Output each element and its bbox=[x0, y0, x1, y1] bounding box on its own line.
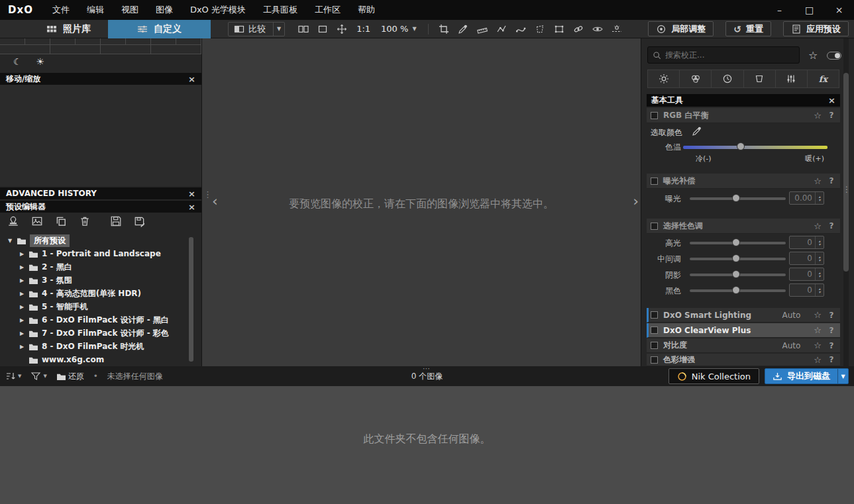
favorite-star-icon[interactable]: ☆ bbox=[814, 355, 822, 365]
shadows-slider[interactable] bbox=[690, 274, 786, 276]
highlights-value-spinner[interactable]: 0 ▴▾ bbox=[789, 236, 824, 249]
exposure-value-spinner[interactable]: 0.00 ▴▾ bbox=[789, 191, 824, 205]
customize-tab[interactable]: 自定义 bbox=[108, 20, 211, 38]
histogram-cell[interactable] bbox=[126, 38, 151, 45]
split-view-button[interactable] bbox=[294, 21, 312, 37]
spinner-arrows[interactable]: ▴▾ bbox=[815, 192, 824, 204]
delete-preset-button[interactable] bbox=[79, 215, 91, 227]
histogram-cell[interactable] bbox=[50, 38, 76, 45]
clearview-plus-row[interactable]: DxO ClearView Plus ☆ ? bbox=[647, 323, 840, 338]
color-rendering-row[interactable]: 色彩增强 ☆ ? bbox=[647, 354, 840, 366]
histogram-cell[interactable] bbox=[50, 45, 101, 54]
contrast-row[interactable]: 对比度 Auto ☆ ? bbox=[647, 338, 840, 353]
favorite-star-icon[interactable]: ☆ bbox=[814, 325, 822, 335]
help-icon[interactable]: ? bbox=[827, 311, 836, 320]
white-balance-picker-button[interactable] bbox=[454, 21, 472, 37]
spinner-arrows[interactable]: ▴▾ bbox=[815, 284, 824, 296]
export-preset-button[interactable] bbox=[134, 215, 146, 227]
white-balance-section-header[interactable]: RGB 白平衡 ☆ ? bbox=[647, 108, 840, 123]
duplicate-preset-button[interactable] bbox=[55, 215, 67, 227]
histogram-cell[interactable] bbox=[25, 38, 50, 45]
histogram-cell[interactable] bbox=[151, 45, 201, 54]
detail-palette-tab[interactable] bbox=[712, 70, 743, 87]
selective-tone-section-header[interactable]: 选择性色调 ☆ ? bbox=[647, 219, 840, 234]
help-icon[interactable]: ? bbox=[827, 326, 836, 335]
collapse-icon[interactable]: ▼ bbox=[7, 238, 13, 244]
help-icon[interactable]: ? bbox=[827, 111, 836, 120]
help-icon[interactable]: ? bbox=[827, 341, 836, 350]
slider-handle[interactable] bbox=[732, 270, 740, 278]
preset-folder-5[interactable]: ▶ 5 - 智能手机 bbox=[0, 300, 201, 313]
menu-file[interactable]: 文件 bbox=[44, 0, 78, 20]
crop-tool-button[interactable] bbox=[435, 21, 453, 37]
help-icon[interactable]: ? bbox=[827, 355, 836, 364]
control-line-tool-button[interactable] bbox=[531, 21, 549, 37]
close-preset-editor-icon[interactable]: × bbox=[188, 202, 195, 212]
histogram-cell[interactable] bbox=[76, 38, 101, 45]
smart-lighting-checkbox[interactable] bbox=[651, 311, 658, 319]
histogram-cell[interactable] bbox=[151, 38, 176, 45]
right-splitter-handle[interactable]: ⋮ bbox=[843, 185, 849, 193]
expand-icon[interactable]: ▶ bbox=[19, 344, 25, 350]
expand-icon[interactable]: ▶ bbox=[19, 330, 25, 336]
active-corrections-toggle[interactable] bbox=[827, 52, 841, 60]
close-palette-icon[interactable]: × bbox=[828, 95, 835, 105]
right-panel-scrollbar[interactable] bbox=[843, 73, 849, 272]
blacks-value-spinner[interactable]: 0 ▴▾ bbox=[789, 283, 824, 297]
preset-tree-scrollbar[interactable] bbox=[189, 237, 193, 362]
repair-tool-button[interactable] bbox=[493, 21, 511, 37]
close-move-zoom-icon[interactable]: × bbox=[188, 74, 195, 84]
create-preset-button[interactable] bbox=[7, 215, 19, 227]
slider-handle[interactable] bbox=[732, 254, 740, 262]
zoom-1to1-button[interactable]: 1:1 bbox=[351, 24, 376, 34]
favorites-filter-star-icon[interactable]: ☆ bbox=[808, 49, 818, 62]
highlight-clipping-sun-icon[interactable]: ☀ bbox=[36, 56, 45, 67]
menu-image[interactable]: 图像 bbox=[147, 0, 182, 20]
reset-button[interactable]: ↺ 重置 bbox=[725, 21, 771, 36]
local-adjustments-button[interactable]: 局部调整 bbox=[648, 21, 714, 36]
control-point-tool-button[interactable] bbox=[512, 21, 530, 37]
highlights-slider[interactable] bbox=[690, 242, 786, 244]
close-advanced-history-icon[interactable]: × bbox=[188, 189, 195, 199]
histogram-cell[interactable] bbox=[101, 45, 151, 54]
maximize-button[interactable]: □ bbox=[794, 0, 824, 20]
preset-folder-www[interactable]: www.x6g.com bbox=[0, 353, 201, 366]
preset-folder-7[interactable]: ▶ 7 - DxO FilmPack 设计师 - 彩色 bbox=[0, 327, 201, 340]
spinner-arrows[interactable]: ▴▾ bbox=[815, 236, 824, 248]
close-button[interactable]: × bbox=[824, 0, 854, 20]
collapse-right-panel-icon[interactable]: › bbox=[633, 195, 639, 207]
histogram-cell[interactable] bbox=[101, 38, 126, 45]
import-preset-button[interactable] bbox=[110, 215, 122, 227]
shadow-clipping-moon-icon[interactable]: ☾ bbox=[13, 56, 22, 67]
apply-preset-button[interactable]: 应用预设 bbox=[783, 21, 849, 36]
preset-tree-root[interactable]: ▼ 所有预设 bbox=[0, 234, 201, 247]
exposure-checkbox[interactable] bbox=[651, 177, 658, 185]
selective-tone-checkbox[interactable] bbox=[651, 223, 658, 230]
midtones-slider[interactable] bbox=[690, 258, 786, 260]
expand-icon[interactable]: ▶ bbox=[19, 264, 25, 270]
perspective-tool-button[interactable] bbox=[551, 21, 568, 37]
browser-splitter-handle[interactable]: ⋯ bbox=[0, 366, 854, 372]
menu-edit[interactable]: 编辑 bbox=[78, 0, 113, 20]
help-icon[interactable]: ? bbox=[827, 221, 836, 230]
spinner-arrows[interactable]: ▴▾ bbox=[815, 252, 824, 264]
midtones-value-spinner[interactable]: 0 ▴▾ bbox=[789, 252, 824, 265]
link-tool-button[interactable] bbox=[570, 21, 588, 37]
show-corrections-button[interactable] bbox=[589, 21, 607, 37]
filter-button[interactable]: ▼ bbox=[30, 371, 46, 381]
horizon-straighten-button[interactable] bbox=[474, 21, 492, 37]
search-corrections-input[interactable] bbox=[665, 50, 794, 60]
menu-view[interactable]: 视图 bbox=[113, 0, 147, 20]
slider-handle[interactable] bbox=[732, 286, 740, 294]
restore-folder-button[interactable]: 还原 bbox=[56, 371, 84, 382]
help-icon[interactable]: ? bbox=[827, 176, 836, 185]
clipping-preview-button[interactable] bbox=[608, 21, 626, 37]
preset-folder-1[interactable]: ▶ 1 - Portrait and Landscape bbox=[0, 247, 201, 260]
menu-tool-panels[interactable]: 工具面板 bbox=[254, 0, 306, 20]
favorite-star-icon[interactable]: ☆ bbox=[814, 221, 822, 231]
expand-icon[interactable]: ▶ bbox=[19, 277, 25, 283]
preset-folder-4[interactable]: ▶ 4 - 高动态范围(单张 HDR) bbox=[0, 287, 201, 300]
geometry-palette-tab[interactable] bbox=[744, 70, 776, 87]
clearview-checkbox[interactable] bbox=[651, 327, 658, 334]
white-balance-checkbox[interactable] bbox=[651, 112, 658, 119]
